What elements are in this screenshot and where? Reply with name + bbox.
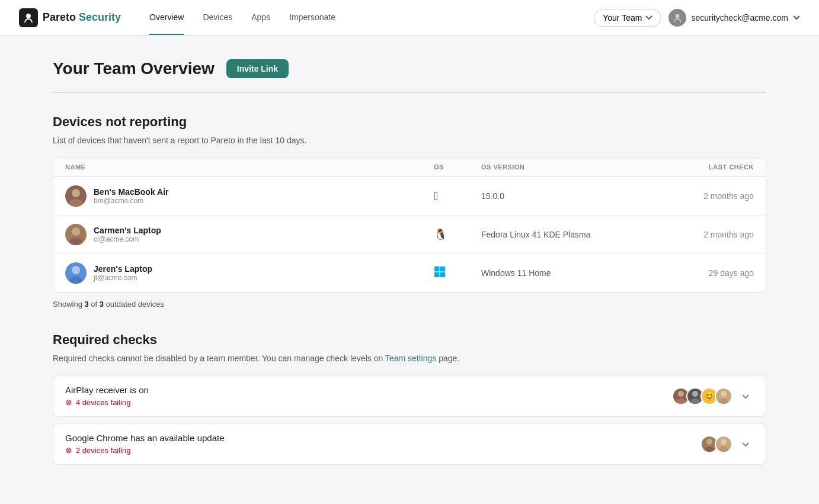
required-checks-title: Required checks xyxy=(53,332,766,348)
table-row[interactable]: Jeren's Laptop jt@acme.com Windows 11 Ho… xyxy=(53,254,766,292)
svg-point-18 xyxy=(706,439,712,445)
devices-not-reporting-desc: List of devices that haven't sent a repo… xyxy=(53,136,766,145)
device-info: Jeren's Laptop jt@acme.com xyxy=(94,264,152,282)
svg-point-20 xyxy=(721,439,727,445)
nav-right: Your Team securitycheck@acme.com xyxy=(594,9,800,27)
svg-point-0 xyxy=(26,14,31,18)
col-os-version: OS VERSION xyxy=(481,163,659,171)
col-last-check: LAST CHECK xyxy=(659,163,754,171)
header-divider xyxy=(53,92,766,93)
device-name-cell: Ben's MacBook Air bm@acme.com xyxy=(65,185,434,207)
os-icon-linux: 🐧 xyxy=(434,228,481,241)
svg-point-15 xyxy=(690,399,700,404)
table-row[interactable]: Ben's MacBook Air bm@acme.com  15.0.0 2… xyxy=(53,177,766,216)
check-failing-icon: ⊗ xyxy=(65,397,72,407)
svg-point-4 xyxy=(72,227,80,236)
svg-point-17 xyxy=(719,399,728,404)
showing-count: Showing 3 of 3 outdated devices xyxy=(53,300,766,309)
svg-rect-10 xyxy=(434,272,440,277)
devices-table: NAME OS OS VERSION LAST CHECK Ben's MacB… xyxy=(53,157,766,293)
check-avatar xyxy=(715,387,732,405)
table-header: NAME OS OS VERSION LAST CHECK xyxy=(53,158,766,177)
os-icon-apple:  xyxy=(434,190,481,203)
last-check: 2 months ago xyxy=(659,230,754,239)
col-name: NAME xyxy=(65,163,434,171)
device-name: Jeren's Laptop xyxy=(94,264,152,274)
devices-not-reporting-title: Devices not reporting xyxy=(53,114,766,130)
required-checks-section: Required checks Required checks cannot b… xyxy=(53,332,766,465)
device-name-cell: Jeren's Laptop jt@acme.com xyxy=(65,262,434,284)
check-name: Google Chrome has an available update xyxy=(65,433,225,443)
check-failing-icon: ⊗ xyxy=(65,445,72,455)
svg-point-2 xyxy=(72,189,80,197)
device-info: Ben's MacBook Air bm@acme.com xyxy=(94,187,169,205)
check-expand-button[interactable] xyxy=(737,389,754,404)
team-selector-label: Your Team xyxy=(603,13,642,23)
device-email: bm@acme.com xyxy=(94,197,169,205)
device-name-cell: Carmen's Laptop cl@acme.com xyxy=(65,224,434,245)
check-expand-button[interactable] xyxy=(737,436,754,452)
check-item[interactable]: Google Chrome has an available update ⊗ … xyxy=(53,423,766,465)
svg-point-3 xyxy=(69,199,82,207)
user-avatar xyxy=(668,9,686,27)
last-check: 2 months ago xyxy=(659,191,754,201)
brand-logo[interactable]: Pareto Security xyxy=(19,8,121,27)
device-avatar xyxy=(65,224,87,245)
device-email: jt@acme.com xyxy=(94,274,152,282)
device-name: Carmen's Laptop xyxy=(94,226,161,235)
required-checks-desc: Required checks cannot be disabled by a … xyxy=(53,354,766,363)
nav-overview[interactable]: Overview xyxy=(149,1,184,35)
team-selector-button[interactable]: Your Team xyxy=(594,9,661,27)
check-avatar xyxy=(715,435,732,453)
svg-point-12 xyxy=(678,391,684,397)
device-name: Ben's MacBook Air xyxy=(94,187,169,197)
check-name: AirPlay receiver is on xyxy=(65,385,149,395)
brand-name: Pareto Security xyxy=(43,11,121,24)
check-failing: ⊗ 2 devices failing xyxy=(65,445,225,455)
check-item-left: Google Chrome has an available update ⊗ … xyxy=(65,433,225,455)
svg-point-5 xyxy=(69,237,82,245)
svg-rect-9 xyxy=(440,267,446,272)
device-email: cl@acme.com xyxy=(94,235,161,243)
svg-point-1 xyxy=(676,14,680,18)
check-item-left: AirPlay receiver is on ⊗ 4 devices faili… xyxy=(65,385,149,407)
col-os: OS xyxy=(434,163,481,171)
navbar: Pareto Security Overview Devices Apps Im… xyxy=(0,0,819,36)
nav-links: Overview Devices Apps Impersonate xyxy=(149,1,594,35)
last-check: 29 days ago xyxy=(659,268,754,278)
svg-point-13 xyxy=(676,399,686,404)
check-item-right: 😊 xyxy=(672,387,754,405)
nav-apps[interactable]: Apps xyxy=(251,1,270,35)
check-failing-count: 2 devices failing xyxy=(76,446,131,455)
check-avatars: 😊 xyxy=(672,387,732,405)
svg-point-7 xyxy=(69,276,82,284)
svg-rect-8 xyxy=(434,267,440,272)
svg-point-21 xyxy=(719,447,728,452)
page-header: Your Team Overview Invite Link xyxy=(53,59,766,78)
svg-point-16 xyxy=(721,391,727,397)
svg-point-6 xyxy=(72,266,80,274)
user-email-label: securitycheck@acme.com xyxy=(691,13,788,23)
user-menu-button[interactable]: securitycheck@acme.com xyxy=(668,9,800,27)
os-version: Windows 11 Home xyxy=(481,268,659,278)
main-content: Your Team Overview Invite Link Devices n… xyxy=(24,36,795,495)
check-failing-count: 4 devices failing xyxy=(76,398,131,407)
team-settings-link[interactable]: Team settings xyxy=(385,354,436,363)
invite-link-button[interactable]: Invite Link xyxy=(226,59,289,78)
page-title: Your Team Overview xyxy=(53,59,215,78)
nav-devices[interactable]: Devices xyxy=(203,1,232,35)
check-item-right xyxy=(700,435,754,453)
os-icon-windows xyxy=(434,266,481,281)
check-failing: ⊗ 4 devices failing xyxy=(65,397,149,407)
os-version: 15.0.0 xyxy=(481,191,659,201)
brand-icon xyxy=(19,8,38,27)
device-info: Carmen's Laptop cl@acme.com xyxy=(94,226,161,243)
os-version: Fedora Linux 41 KDE Plasma xyxy=(481,230,659,239)
check-item[interactable]: AirPlay receiver is on ⊗ 4 devices faili… xyxy=(53,375,766,417)
svg-point-14 xyxy=(692,391,698,397)
table-row[interactable]: Carmen's Laptop cl@acme.com 🐧 Fedora Lin… xyxy=(53,216,766,254)
devices-section: Devices not reporting List of devices th… xyxy=(53,114,766,309)
nav-impersonate[interactable]: Impersonate xyxy=(289,1,335,35)
svg-point-19 xyxy=(705,447,714,452)
device-avatar xyxy=(65,262,87,284)
